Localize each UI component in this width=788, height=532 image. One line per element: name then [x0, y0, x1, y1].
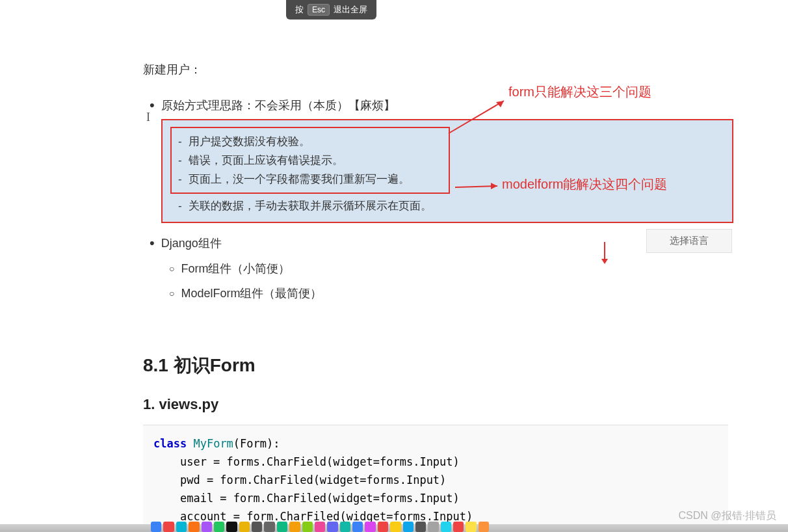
dock-app-icon[interactable]	[428, 522, 438, 532]
problem-line-2: 错误，页面上应该有错误提示。	[178, 151, 442, 170]
dock-app-icon[interactable]	[390, 522, 401, 532]
problem-line-1: 用户提交数据没有校验。	[178, 132, 442, 151]
code-line: pwd = form.CharFiled(widget=forms.Input)	[153, 471, 718, 489]
section-title: 新建用户：	[143, 62, 735, 77]
problem-line-4: 关联的数据，手动去获取并展示循环展示在页面。	[178, 196, 724, 215]
dock-app-icon[interactable]	[264, 522, 274, 532]
dock-app-icon[interactable]	[226, 522, 237, 532]
heading-views-py: 1. views.py	[143, 396, 735, 413]
dock-app-icon[interactable]	[466, 522, 476, 532]
annotation-form: form只能解决这三个问题	[508, 83, 651, 101]
text-cursor-icon: I	[146, 111, 150, 124]
heading-8-1: 8.1 初识Form	[143, 353, 735, 378]
dock-app-icon[interactable]	[403, 522, 414, 532]
code-line: class MyForm(Form):	[153, 434, 718, 453]
sub-bullet-modelform: ModelForm组件（最简便）	[169, 286, 735, 301]
dock-app-icon[interactable]	[163, 522, 174, 532]
dock-app-icon[interactable]	[277, 522, 287, 532]
dock-app-icon[interactable]	[453, 522, 464, 532]
code-line: email = form.CharFiled(widget=forms.Inpu…	[153, 489, 718, 507]
svg-marker-5	[601, 259, 608, 264]
dock-app-icon[interactable]	[415, 522, 426, 532]
dock-app-icon[interactable]	[441, 522, 451, 532]
dock-app-icon[interactable]	[239, 522, 250, 532]
esc-post-text: 退出全屏	[334, 4, 367, 16]
code-line: user = forms.CharField(widget=forms.Inpu…	[153, 453, 718, 471]
dock-app-icon[interactable]	[315, 522, 325, 532]
annotation-modelform: modelform能解决这四个问题	[502, 176, 667, 193]
problem-code-block: 用户提交数据没有校验。 错误，页面上应该有错误提示。 页面上，没一个字段都需要我…	[161, 119, 733, 223]
dock-app-icon[interactable]	[176, 522, 187, 532]
main-content: 新建用户： 原始方式理思路：不会采用（本质）【麻烦】 用户提交数据没有校验。 错…	[143, 62, 735, 532]
select-language-button[interactable]: 选择语言	[646, 229, 732, 253]
inner-red-box: 用户提交数据没有校验。 错误，页面上应该有错误提示。 页面上，没一个字段都需要我…	[170, 127, 450, 194]
dock-app-icon[interactable]	[202, 522, 212, 532]
dock-app-icon[interactable]	[378, 522, 388, 532]
dock-app-icon[interactable]	[352, 522, 363, 532]
macos-dock[interactable]	[151, 522, 489, 532]
dock-app-icon[interactable]	[151, 522, 161, 532]
bullet-original-text: 原始方式理思路：不会采用（本质）【麻烦】	[161, 98, 395, 113]
arrow-down-icon	[598, 241, 611, 267]
esc-key-badge: Esc	[308, 4, 330, 16]
dock-app-icon[interactable]	[289, 522, 300, 532]
dock-app-icon[interactable]	[252, 522, 262, 532]
problem-line-3: 页面上，没一个字段都需要我们重新写一遍。	[178, 170, 442, 189]
dock-app-icon[interactable]	[340, 522, 350, 532]
dock-app-icon[interactable]	[302, 522, 313, 532]
dock-app-icon[interactable]	[479, 522, 489, 532]
dock-app-icon[interactable]	[214, 522, 224, 532]
esc-pre-text: 按	[295, 4, 304, 16]
sub-bullet-form: Form组件（小简便）	[169, 261, 735, 276]
python-code-block: class MyForm(Form): user = forms.CharFie…	[143, 425, 728, 532]
watermark-text: CSDN @报错·排错员	[679, 509, 776, 523]
dock-app-icon[interactable]	[189, 522, 199, 532]
esc-fullscreen-bar: 按 Esc 退出全屏	[286, 0, 376, 20]
dock-app-icon[interactable]	[327, 522, 337, 532]
dock-app-icon[interactable]	[365, 522, 375, 532]
